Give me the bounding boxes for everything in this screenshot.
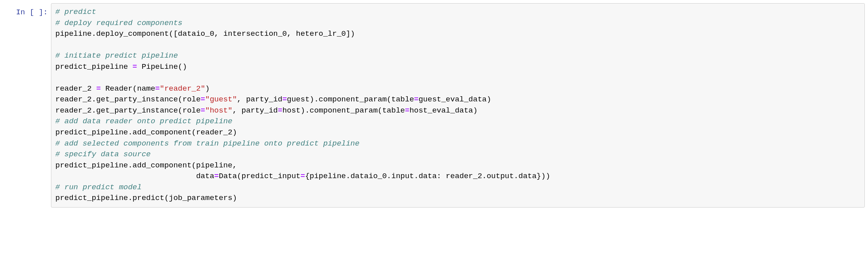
operator: = [214, 172, 219, 181]
code-text: {pipeline.dataio_0.input.data: reader_2.… [305, 172, 550, 181]
indent [55, 172, 196, 181]
code-text: host).component_param(table [282, 106, 405, 115]
code-text: reader_2.get_party_instance(role [55, 95, 201, 104]
code-text: , party_id [233, 106, 278, 115]
operator: = [301, 172, 305, 181]
code-text: reader_2 [55, 84, 96, 93]
cell-prompt: In [ ]: [3, 3, 51, 208]
operator: = [155, 84, 160, 93]
code-content: # predict # deploy required components p… [55, 7, 860, 204]
code-text: Data(predict_input [219, 172, 300, 181]
code-text: ) [205, 84, 209, 93]
operator: = [414, 95, 418, 104]
string-literal: "guest" [205, 95, 237, 104]
operator: = [201, 95, 205, 104]
operator: = [201, 106, 205, 115]
code-text: pipeline.deploy_component([dataio_0, int… [55, 29, 355, 38]
operator: = [133, 62, 137, 71]
code-text: guest).component_param(table [287, 95, 414, 104]
code-text: Reader(name [101, 84, 155, 93]
comment-line: # add data reader onto predict pipeline [55, 117, 233, 126]
code-text: PipeLine() [137, 62, 187, 71]
comment-line: # add selected components from train pip… [55, 139, 360, 148]
code-input-area[interactable]: # predict # deploy required components p… [51, 3, 865, 208]
notebook-code-cell: In [ ]: # predict # deploy required comp… [3, 3, 865, 208]
code-text: predict_pipeline [55, 62, 133, 71]
code-text: data [196, 172, 214, 181]
code-text: host_eval_data) [409, 106, 477, 115]
code-text: guest_eval_data) [418, 95, 491, 104]
operator: = [282, 95, 287, 104]
code-text: reader_2.get_party_instance(role [55, 106, 201, 115]
operator: = [96, 84, 101, 93]
string-literal: "host" [205, 106, 232, 115]
code-text: predict_pipeline.add_component(pipeline, [55, 161, 237, 170]
operator: = [405, 106, 409, 115]
comment-line: # deploy required components [55, 19, 182, 27]
comment-line: # specify data source [55, 150, 151, 159]
comment-line: # run predict model [55, 183, 142, 192]
string-literal: "reader_2" [160, 84, 205, 93]
code-text: predict_pipeline.predict(job_parameters) [55, 194, 237, 202]
comment-line: # predict [55, 8, 96, 16]
operator: = [278, 106, 282, 115]
comment-line: # initiate predict pipeline [55, 51, 178, 60]
code-text: , party_id [237, 95, 282, 104]
code-text: predict_pipeline.add_component(reader_2) [55, 128, 237, 137]
